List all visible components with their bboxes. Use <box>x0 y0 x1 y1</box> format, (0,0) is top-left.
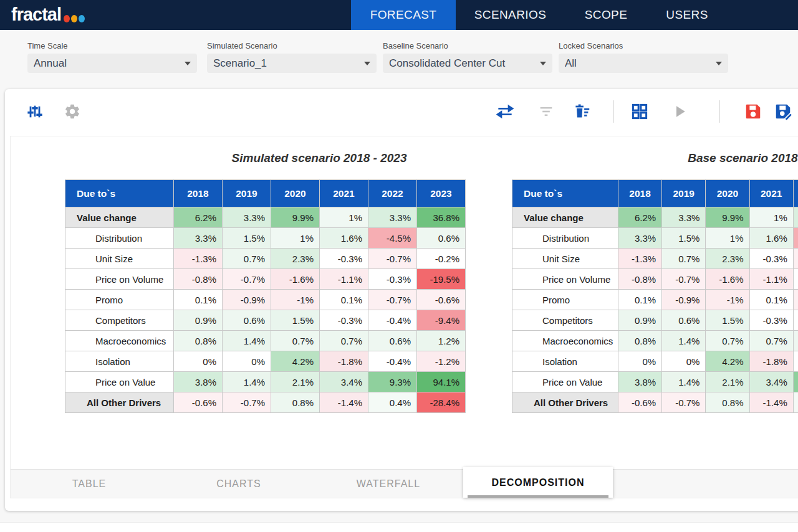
nav-tab-users[interactable]: USERS <box>647 0 727 30</box>
table-row: Value change6.2%3.3%9.9%1%3.3%36.8% <box>65 207 466 228</box>
toolbar-divider-2 <box>719 100 720 123</box>
value-cell: -1.6% <box>706 269 749 290</box>
play-icon[interactable] <box>670 102 690 121</box>
value-cell: 0.6% <box>793 331 798 351</box>
bottom-divider <box>0 522 798 532</box>
brand-logo[interactable]: fractal <box>11 4 85 25</box>
view-tab-decomposition[interactable]: DECOMPOSITION <box>463 467 613 498</box>
row-label: Price on Value <box>65 372 174 392</box>
view-tab-table[interactable]: TABLE <box>14 470 164 498</box>
value-cell: -0.8% <box>174 269 223 290</box>
chevron-down-icon <box>185 62 191 65</box>
value-cell: 3.3% <box>174 228 223 249</box>
value-cell: 3.4% <box>749 372 793 392</box>
value-cell: 0% <box>662 351 706 372</box>
value-cell: 3.8% <box>174 372 223 392</box>
filter-simulated-scenario: Simulated ScenarioScenario_1 <box>207 41 377 73</box>
table-row: Macroeconomics0.8%1.4%0.7%0.7%0.6%1.2% <box>512 331 798 351</box>
value-cell: 0.8% <box>174 331 223 351</box>
value-cell: 36.8% <box>417 207 466 228</box>
value-cell: 6.2% <box>174 207 223 228</box>
save-icon[interactable] <box>743 102 763 121</box>
chevron-down-icon <box>364 62 370 65</box>
value-cell: -1.8% <box>320 351 368 372</box>
value-cell: 0.9% <box>618 310 661 331</box>
value-cell: 0.7% <box>271 331 320 351</box>
settings-icon[interactable] <box>62 102 82 121</box>
value-cell: -0.7% <box>793 249 798 269</box>
value-cell: 6.2% <box>618 207 661 228</box>
value-cell: -0.2% <box>417 249 466 269</box>
row-label: Isolation <box>65 351 174 372</box>
value-cell: -9.4% <box>417 310 466 331</box>
value-cell: 94.1% <box>417 372 466 392</box>
value-cell: 1% <box>271 228 320 249</box>
value-cell: 3.3% <box>618 228 661 249</box>
filter-label-time-scale: Time Scale <box>27 41 197 50</box>
tune-icon[interactable] <box>25 102 45 121</box>
value-cell: 0.7% <box>662 249 706 269</box>
bottom-tab-strip: TABLECHARTSWATERFALLDECOMPOSITION <box>11 469 798 498</box>
value-cell: 1% <box>706 228 749 249</box>
nav-tab-forecast[interactable]: FORECAST <box>351 0 456 30</box>
filter-select-time-scale[interactable]: Annual <box>27 54 197 73</box>
value-cell: 1.6% <box>749 228 793 249</box>
value-cell: 3.3% <box>223 207 271 228</box>
year-header-2019: 2019 <box>662 180 706 207</box>
value-cell: 1.6% <box>320 228 368 249</box>
value-cell: 0.6% <box>223 310 271 331</box>
value-cell: -0.9% <box>223 290 271 310</box>
value-cell: -1% <box>271 290 320 310</box>
value-cell: 0.6% <box>417 228 466 249</box>
value-cell: -19.5% <box>417 269 466 290</box>
view-tab-charts[interactable]: CHARTS <box>164 470 314 498</box>
view-tab-waterfall[interactable]: WATERFALL <box>314 470 463 498</box>
value-cell: -1.3% <box>618 249 661 269</box>
filter-time-scale: Time ScaleAnnual <box>27 41 197 73</box>
year-header-2018: 2018 <box>174 180 223 207</box>
nav-tab-scenarios[interactable]: SCENARIOS <box>456 0 565 30</box>
logo-dot-red <box>64 15 70 22</box>
value-cell: 1.4% <box>223 372 271 392</box>
filter-locked-scenarios: Locked ScenariosAll <box>559 41 728 73</box>
value-cell: 3.3% <box>662 207 706 228</box>
delete-sweep-icon[interactable] <box>572 102 592 121</box>
row-label: Price on Volume <box>512 269 618 290</box>
value-cell: 2.1% <box>706 372 749 392</box>
value-cell: 0% <box>618 351 661 372</box>
value-cell: -0.4% <box>368 310 417 331</box>
table-row: Price on Volume-0.8%-0.7%-1.6%-1.1%-0.3%… <box>65 269 466 290</box>
simulated-scenario-table: Due to`s201820192020202120222023Value ch… <box>65 179 466 413</box>
value-cell: -0.4% <box>793 351 798 372</box>
value-cell: 2.1% <box>271 372 320 392</box>
row-label: Macroeconomics <box>512 331 618 351</box>
save-edit-icon[interactable] <box>773 102 793 121</box>
corner-header: Due to`s <box>512 180 618 207</box>
row-label: Distribution <box>65 228 174 249</box>
value-cell: 2.3% <box>271 249 320 269</box>
value-cell: -0.3% <box>749 310 793 331</box>
toolbar <box>5 89 798 134</box>
brand-logo-text: fractal <box>11 4 61 25</box>
grid-view-icon[interactable] <box>630 102 650 121</box>
value-cell: 0.7% <box>749 331 793 351</box>
base-table-title: Base scenario 2018 - 2023 <box>619 151 798 165</box>
filter-select-locked-scenarios[interactable]: All <box>559 54 728 73</box>
filter-value-baseline-scenario: Consolidated Center Cut <box>389 57 536 70</box>
filter-baseline-scenario: Baseline ScenarioConsolidated Center Cut <box>383 41 552 73</box>
filter-label-simulated-scenario: Simulated Scenario <box>207 41 377 50</box>
value-cell: 0.1% <box>749 290 793 310</box>
value-cell: 0.6% <box>368 331 417 351</box>
value-cell: 0.1% <box>618 290 661 310</box>
table-row: All Other Drivers-0.6%-0.7%0.8%-1.4%0.4%… <box>512 392 798 413</box>
nav-tab-scope[interactable]: SCOPE <box>565 0 647 30</box>
filter-select-simulated-scenario[interactable]: Scenario_1 <box>207 54 377 73</box>
row-label: Value change <box>65 207 174 228</box>
value-cell: -0.7% <box>223 392 271 413</box>
filter-select-baseline-scenario[interactable]: Consolidated Center Cut <box>383 54 552 73</box>
swap-arrows-icon[interactable] <box>495 102 515 121</box>
header-row: Due to`s201820192020202120222023 <box>65 180 466 207</box>
value-cell: 0.7% <box>223 249 271 269</box>
filter-icon[interactable] <box>536 102 556 121</box>
value-cell: 0.4% <box>793 392 798 413</box>
